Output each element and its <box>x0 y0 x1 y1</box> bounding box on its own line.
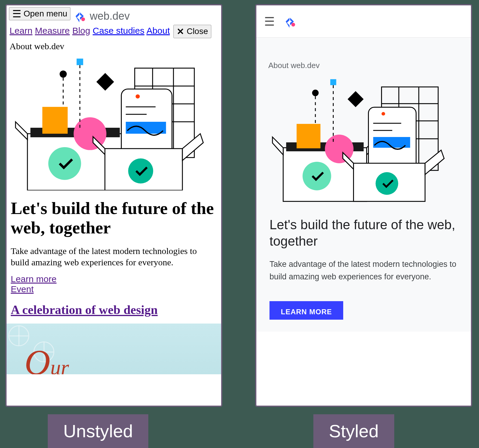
close-menu-button[interactable]: ✕ Close <box>173 25 211 38</box>
svg-point-55 <box>375 172 398 195</box>
hero-links: Learn more Event <box>7 273 221 295</box>
unstyled-nav: Learn Measure Blog Case studies About ✕ … <box>7 22 221 41</box>
svg-marker-26 <box>182 134 203 161</box>
learn-more-link[interactable]: Learn more <box>11 274 217 284</box>
event-link[interactable]: Event <box>11 284 217 294</box>
hamburger-icon: ☰ <box>12 9 21 19</box>
hero-illustration <box>256 76 471 207</box>
svg-rect-36 <box>330 79 336 85</box>
svg-point-20 <box>135 94 140 98</box>
nav-case-studies[interactable]: Case studies <box>93 26 144 36</box>
styled-body: About web.dev <box>256 38 471 332</box>
hamburger-icon[interactable]: ☰ <box>264 15 275 28</box>
hero-heading: Let's build the future of the web, toget… <box>7 192 221 241</box>
svg-rect-5 <box>42 107 68 134</box>
event-heading: A celebration of web design <box>7 295 221 321</box>
unstyled-topbar: ☰ Open menu web.dev <box>7 5 221 22</box>
hero-illustration <box>7 53 221 190</box>
open-menu-label: Open menu <box>24 9 67 19</box>
hero-tagline: Take advantage of the latest modern tech… <box>7 241 221 273</box>
svg-marker-2 <box>16 122 27 140</box>
event-cursive-art: Our <box>24 342 69 374</box>
nav-learn[interactable]: Learn <box>10 26 33 36</box>
nav-blog[interactable]: Blog <box>72 26 90 36</box>
hero-heading: Let's build the future of the web, toget… <box>256 209 471 252</box>
svg-rect-33 <box>297 124 321 148</box>
svg-rect-8 <box>77 58 83 65</box>
svg-point-38 <box>312 90 319 96</box>
svg-rect-40 <box>348 91 364 107</box>
nav-measure[interactable]: Measure <box>35 26 70 36</box>
caption-styled: Styled <box>313 414 394 448</box>
event-hero-image: Our <box>7 324 221 374</box>
svg-point-28 <box>291 23 295 27</box>
caption-unstyled: Unstyled <box>48 414 148 448</box>
nav-about[interactable]: About <box>147 26 170 36</box>
svg-point-0 <box>81 17 85 21</box>
about-label: About web.dev <box>7 41 221 53</box>
learn-more-button[interactable]: LEARN MORE <box>269 301 343 320</box>
close-label: Close <box>187 27 208 36</box>
svg-point-7 <box>48 147 81 180</box>
svg-rect-12 <box>96 73 114 90</box>
open-menu-button[interactable]: ☰ Open menu <box>9 7 70 20</box>
brand-name: web.dev <box>90 10 130 22</box>
about-label: About web.dev <box>256 38 471 76</box>
svg-marker-30 <box>272 137 283 155</box>
svg-point-10 <box>60 70 67 78</box>
svg-point-35 <box>303 162 331 190</box>
styled-viewport: ☰ About web.dev <box>255 4 472 407</box>
svg-marker-54 <box>425 150 444 175</box>
close-icon: ✕ <box>177 26 184 37</box>
unstyled-viewport: ☰ Open menu web.dev Learn Measure Blog C… <box>5 4 222 407</box>
webdev-logo-icon <box>74 10 86 22</box>
svg-point-48 <box>381 112 385 116</box>
styled-header: ☰ <box>256 5 471 38</box>
hero-tagline: Take advantage of the latest modern tech… <box>256 252 471 289</box>
event-heading-link[interactable]: A celebration of web design <box>11 303 158 317</box>
svg-point-27 <box>128 158 153 184</box>
brand-logo: web.dev <box>74 10 130 22</box>
webdev-logo-icon[interactable] <box>284 15 296 28</box>
